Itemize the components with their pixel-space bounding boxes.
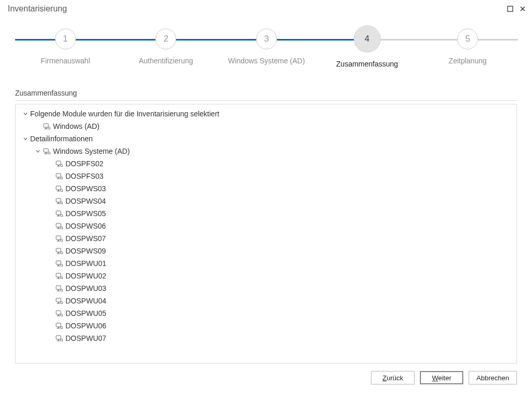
tree-host-item[interactable]: DOSPWU05 bbox=[20, 307, 512, 320]
svg-rect-83 bbox=[57, 341, 60, 341]
tree-host-item[interactable]: DOSPWU06 bbox=[20, 320, 512, 332]
cancel-button[interactable]: Abbrechen bbox=[469, 371, 517, 384]
svg-rect-41 bbox=[56, 236, 61, 240]
svg-point-4 bbox=[48, 127, 50, 129]
maximize-icon[interactable] bbox=[506, 4, 515, 14]
tree-host-item[interactable]: DOSPWU02 bbox=[20, 270, 512, 282]
svg-point-84 bbox=[61, 339, 63, 341]
svg-line-55 bbox=[62, 266, 63, 267]
tree-module-item[interactable]: Windows (AD) bbox=[20, 120, 512, 132]
svg-rect-12 bbox=[58, 165, 59, 166]
svg-rect-38 bbox=[57, 229, 60, 229]
tree-details-group[interactable]: Windows Systeme (AD) bbox=[20, 145, 512, 157]
svg-line-35 bbox=[62, 216, 63, 217]
wizard-step-3[interactable]: 3Windows Systeme (AD) bbox=[216, 24, 317, 65]
svg-point-74 bbox=[61, 314, 63, 316]
svg-rect-76 bbox=[56, 323, 61, 327]
wizard-step-label: Windows Systeme (AD) bbox=[216, 57, 317, 65]
tree-host-item[interactable]: DOSPWS09 bbox=[20, 245, 512, 257]
svg-point-9 bbox=[48, 152, 50, 154]
wizard-step-1[interactable]: 1Firmenauswahl bbox=[15, 24, 116, 65]
tree-node-label: DOSPWS03 bbox=[65, 182, 106, 195]
back-button[interactable]: Zurück bbox=[371, 371, 415, 384]
svg-rect-82 bbox=[58, 340, 59, 340]
tree-host-item[interactable]: DOSPWS04 bbox=[20, 195, 512, 207]
tree-host-item[interactable]: DOSPWU04 bbox=[20, 295, 512, 307]
svg-rect-17 bbox=[58, 178, 59, 178]
computer-icon bbox=[55, 322, 63, 330]
tree-host-item[interactable]: DOSPWS07 bbox=[20, 232, 512, 245]
wizard-step-5[interactable]: 5Zeitplanung bbox=[417, 24, 518, 65]
svg-rect-46 bbox=[56, 248, 61, 252]
svg-rect-16 bbox=[56, 174, 61, 177]
tree-host-item[interactable]: DOSPFS03 bbox=[20, 170, 512, 182]
svg-rect-23 bbox=[57, 191, 60, 192]
tree-modules-heading[interactable]: Folgende Module wurden für die Inventari… bbox=[20, 108, 512, 120]
tree-host-item[interactable]: DOSPWU03 bbox=[20, 282, 512, 295]
tree-node-label: DOSPWS04 bbox=[65, 195, 106, 207]
svg-rect-58 bbox=[57, 278, 60, 279]
svg-line-30 bbox=[62, 204, 63, 204]
wizard-step-4[interactable]: 4Zusammenfassung bbox=[317, 24, 418, 68]
svg-rect-81 bbox=[56, 336, 61, 339]
tree-node-label: DOSPWU07 bbox=[65, 332, 107, 344]
svg-line-40 bbox=[62, 229, 63, 229]
summary-tree[interactable]: Folgende Module wurden für die Inventari… bbox=[15, 104, 517, 364]
svg-rect-73 bbox=[57, 316, 60, 316]
tree-node-label: DOSPWU05 bbox=[65, 307, 107, 320]
chevron-down-icon[interactable] bbox=[22, 110, 29, 117]
computer-icon bbox=[55, 197, 63, 205]
tree-host-item[interactable]: DOSPWS05 bbox=[20, 207, 512, 220]
tree-host-item[interactable]: DOSPWS03 bbox=[20, 182, 512, 195]
svg-rect-6 bbox=[44, 149, 48, 152]
computer-icon bbox=[55, 309, 63, 317]
svg-rect-21 bbox=[56, 186, 61, 190]
svg-point-29 bbox=[61, 202, 63, 204]
computer-icon bbox=[43, 122, 51, 130]
svg-line-5 bbox=[50, 129, 50, 129]
chevron-down-icon[interactable] bbox=[22, 135, 29, 142]
computer-icon bbox=[55, 284, 63, 292]
tree-host-item[interactable]: DOSPWU01 bbox=[20, 257, 512, 270]
computer-icon bbox=[55, 259, 63, 268]
svg-rect-26 bbox=[56, 198, 61, 202]
svg-rect-63 bbox=[57, 291, 60, 291]
computer-icon bbox=[55, 297, 63, 305]
svg-line-60 bbox=[62, 278, 63, 279]
tree-host-item[interactable]: DOSPWS06 bbox=[20, 220, 512, 232]
svg-point-64 bbox=[61, 289, 63, 291]
tree-details-heading[interactable]: Detailinformationen bbox=[20, 132, 512, 145]
tree-node-label: Detailinformationen bbox=[30, 132, 93, 145]
svg-point-54 bbox=[61, 264, 63, 267]
svg-rect-1 bbox=[44, 124, 48, 127]
next-button[interactable]: Weiter bbox=[420, 371, 463, 384]
computer-icon bbox=[55, 222, 63, 230]
footer-buttons: Zurück Weiter Abbrechen bbox=[15, 371, 517, 384]
svg-rect-28 bbox=[57, 204, 60, 204]
svg-rect-3 bbox=[45, 129, 48, 129]
tree-node-label: Folgende Module wurden für die Inventari… bbox=[30, 108, 219, 120]
computer-icon bbox=[55, 209, 63, 218]
svg-rect-71 bbox=[56, 311, 61, 314]
svg-rect-61 bbox=[56, 286, 61, 289]
svg-point-59 bbox=[61, 277, 63, 279]
svg-line-20 bbox=[62, 179, 63, 179]
svg-point-39 bbox=[61, 227, 63, 229]
tree-node-label: DOSPWS05 bbox=[65, 207, 106, 220]
svg-rect-32 bbox=[58, 215, 59, 216]
svg-rect-22 bbox=[58, 190, 59, 191]
tree-node-label: DOSPWS09 bbox=[65, 245, 106, 257]
tree-host-item[interactable]: DOSPFS02 bbox=[20, 157, 512, 170]
chevron-down-icon[interactable] bbox=[34, 148, 42, 155]
svg-rect-77 bbox=[58, 327, 59, 328]
wizard-step-2[interactable]: 2Authentifizierung bbox=[116, 24, 217, 65]
svg-rect-7 bbox=[45, 153, 47, 153]
svg-rect-11 bbox=[56, 161, 61, 165]
close-icon[interactable] bbox=[518, 4, 527, 14]
svg-line-85 bbox=[62, 341, 63, 341]
tree-host-item[interactable]: DOSPWU07 bbox=[20, 332, 512, 344]
svg-point-69 bbox=[61, 302, 63, 304]
svg-rect-36 bbox=[56, 223, 61, 227]
wizard-stepper: 1Firmenauswahl2Authentifizierung3Windows… bbox=[15, 24, 517, 82]
svg-rect-18 bbox=[57, 179, 60, 179]
